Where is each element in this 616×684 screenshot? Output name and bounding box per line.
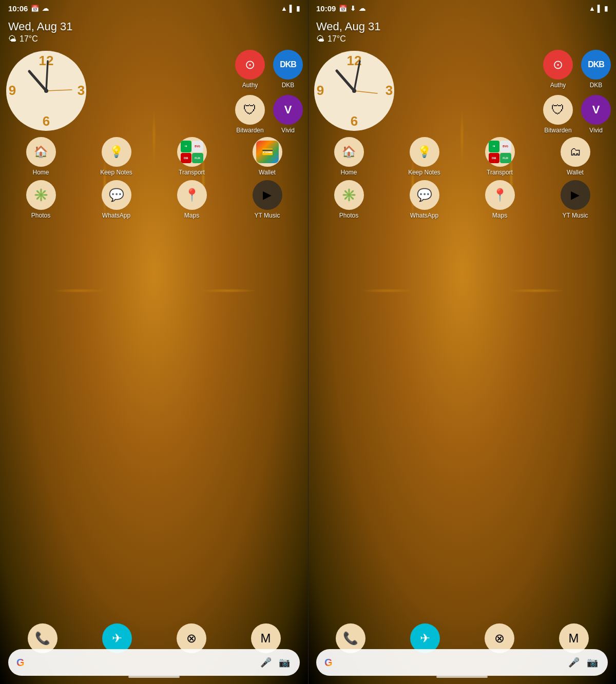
svg-point-8 — [44, 89, 48, 93]
top-section-right: 12 3 6 9 ⊙ Authy DKB DKB — [308, 50, 616, 134]
transport-label-left: Transport — [179, 169, 205, 176]
vivid-label-right: Vivid — [589, 127, 603, 134]
app-dkb-right[interactable]: DKB DKB — [581, 50, 611, 89]
app-transport-left[interactable]: ➜ BVG DB FLIX Transport — [155, 137, 228, 176]
app-whatsapp-left[interactable]: 💬 WhatsApp — [80, 180, 153, 219]
dkb-label-left: DKB — [282, 82, 295, 89]
dkb-label-right: DKB — [590, 82, 603, 89]
ytmusic-label-right: YT Music — [563, 212, 588, 219]
nav-pill-left — [128, 676, 180, 678]
maps-label-left: Maps — [184, 212, 199, 219]
app-bitwarden-left[interactable]: 🛡 Bitwarden — [235, 95, 265, 134]
photos-icon-right: ✳️ — [334, 180, 364, 210]
maps-icon-right: 📍 — [485, 180, 515, 210]
time-right: 10:09 — [316, 4, 336, 13]
authy-icon-left: ⊙ — [235, 50, 265, 80]
wallet-label-left: Wallet — [259, 169, 276, 176]
lens-button-left[interactable]: 📷 — [277, 655, 292, 670]
keepnotes-label-left: Keep Notes — [100, 169, 132, 176]
photos-icon-left: ✳️ — [26, 180, 56, 210]
app-vivid-right[interactable]: V Vivid — [581, 95, 611, 134]
app-keepnotes-left[interactable]: 💡 Keep Notes — [80, 137, 153, 176]
lens-button-right[interactable]: 📷 — [585, 655, 600, 670]
download-icon-right: ⬇ — [350, 5, 356, 12]
maps-label-right: Maps — [492, 212, 507, 219]
app-transport-right[interactable]: ➜ BVG DB FLIX Transport — [463, 137, 536, 176]
bitwarden-label-right: Bitwarden — [544, 127, 571, 134]
signal-icon-left: ▌ — [290, 5, 294, 12]
time-left: 10:06 — [8, 4, 28, 13]
app-bitwarden-right[interactable]: 🛡 Bitwarden — [543, 95, 573, 134]
app-ytmusic-left[interactable]: ▶ YT Music — [230, 180, 304, 219]
bitwarden-icon-right: 🛡 — [543, 95, 573, 125]
temp-left: 17°C — [20, 34, 38, 44]
app-vivid-left[interactable]: V Vivid — [273, 95, 303, 134]
wallet-icon-right: 🗂 — [561, 137, 590, 167]
authy-label-left: Authy — [242, 82, 258, 89]
nav-pill-right — [436, 676, 488, 678]
signal-icon-right: ▌ — [598, 5, 602, 12]
app-home-right[interactable]: 🏠 Home — [312, 137, 386, 176]
cloud-icon-left: ☁ — [42, 5, 49, 12]
maps-icon-left: 📍 — [177, 180, 207, 210]
app-ytmusic-right[interactable]: ▶ YT Music — [538, 180, 612, 219]
dkb-icon-right: DKB — [581, 50, 611, 80]
svg-text:6: 6 — [351, 113, 358, 129]
app-wallet-left[interactable]: 💳 Wallet — [230, 137, 304, 176]
svg-text:3: 3 — [386, 83, 393, 98]
cloud-icon-right: ☁ — [359, 5, 365, 12]
photos-label-right: Photos — [339, 212, 358, 219]
date-left: Wed, Aug 31 — [8, 20, 300, 33]
app-authy-right[interactable]: ⊙ Authy — [543, 50, 573, 89]
app-keepnotes-right[interactable]: 💡 Keep Notes — [388, 137, 461, 176]
top-app-row2-left: 🛡 Bitwarden V Vivid — [235, 95, 303, 134]
status-right-right: ▲ ▌ ▮ — [589, 5, 608, 12]
whatsapp-icon-right: 💬 — [410, 180, 439, 210]
app-grid-row1-right: 🏠 Home 💡 Keep Notes ➜ BVG DB — [308, 137, 616, 176]
clock-right: 12 3 6 9 — [313, 50, 395, 134]
date-right: Wed, Aug 31 — [316, 20, 608, 33]
svg-text:9: 9 — [9, 83, 16, 98]
top-app-row1-left: ⊙ Authy DKB DKB — [235, 50, 303, 89]
bitwarden-icon-left: 🛡 — [235, 95, 265, 125]
wallet-label-right: Wallet — [567, 169, 584, 176]
authy-icon-right: ⊙ — [543, 50, 573, 80]
app-photos-left[interactable]: ✳️ Photos — [4, 180, 78, 219]
keepnotes-icon-left: 💡 — [102, 137, 131, 167]
app-photos-right[interactable]: ✳️ Photos — [312, 180, 386, 219]
google-logo-right: G — [324, 657, 333, 669]
left-phone-screen: 10:06 📅 ☁ ▲ ▌ ▮ Wed, Aug 31 🌤 17°C 12 3 — [0, 0, 308, 684]
calendar-icon-left: 📅 — [31, 5, 39, 12]
app-maps-left[interactable]: 📍 Maps — [155, 180, 228, 219]
svg-point-17 — [352, 89, 356, 93]
app-wallet-right[interactable]: 🗂 Wallet — [538, 137, 612, 176]
top-app-row1-right: ⊙ Authy DKB DKB — [543, 50, 611, 89]
mic-button-left[interactable]: 🎤 — [259, 655, 273, 670]
app-grid-row1-left: 🏠 Home 💡 Keep Notes ➜ BVG DB — [0, 137, 308, 176]
ytmusic-icon-left: ▶ — [253, 180, 282, 210]
google-logo-left: G — [16, 657, 25, 669]
screen-divider — [308, 0, 309, 684]
app-whatsapp-right[interactable]: 💬 WhatsApp — [388, 180, 461, 219]
svg-text:9: 9 — [317, 83, 324, 98]
transport-icon-left: ➜ BVG DB FLIX — [177, 137, 207, 167]
app-maps-right[interactable]: 📍 Maps — [463, 180, 536, 219]
vivid-icon-left: V — [273, 95, 303, 125]
clock-left: 12 3 6 9 — [5, 50, 87, 134]
ytmusic-label-left: YT Music — [255, 212, 280, 219]
top-apps-left: ⊙ Authy DKB DKB 🛡 Bitwarden V Vivid — [87, 50, 303, 134]
top-section-left: 12 3 6 9 ⊙ Authy DKB — [0, 50, 308, 134]
vivid-label-left: Vivid — [281, 127, 295, 134]
home-icon-right: 🏠 — [334, 137, 364, 167]
transport-icon-right: ➜ BVG DB FLIX — [485, 137, 515, 167]
app-dkb-left[interactable]: DKB DKB — [273, 50, 303, 89]
status-right-left: ▲ ▌ ▮ — [281, 5, 300, 12]
temp-right: 17°C — [328, 34, 346, 44]
mic-button-right[interactable]: 🎤 — [567, 655, 581, 670]
status-left-right: 10:09 📅 ⬇ ☁ — [316, 4, 365, 13]
nav-bar-right — [308, 672, 616, 682]
app-authy-left[interactable]: ⊙ Authy — [235, 50, 265, 89]
calendar-icon-right: 📅 — [339, 5, 347, 12]
date-weather-left: Wed, Aug 31 🌤 17°C — [0, 15, 308, 50]
app-home-left[interactable]: 🏠 Home — [4, 137, 78, 176]
